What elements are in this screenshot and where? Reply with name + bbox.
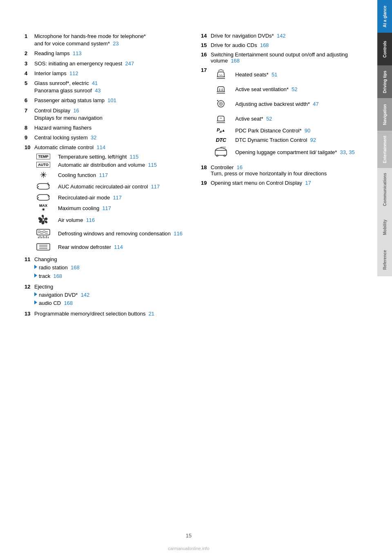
link-117b[interactable]: 117	[151, 184, 160, 190]
link-247[interactable]: 247	[125, 60, 134, 67]
sidebar-tab-controls[interactable]: Controls	[377, 33, 392, 65]
link-142a[interactable]: 142	[81, 292, 90, 298]
entry-content-4: Interior lamps 112	[34, 70, 185, 77]
link-168b[interactable]: 168	[53, 273, 62, 279]
svg-rect-2	[37, 229, 50, 235]
entry-content-8: Hazard warning flashers	[34, 124, 185, 132]
link-41[interactable]: 41	[92, 80, 98, 86]
climate-sub-entries: TEMP Temperature setting, left/right 115…	[34, 154, 185, 253]
entry-number-14: 14	[201, 33, 211, 39]
link-47[interactable]: 47	[313, 101, 318, 107]
entry-number-4: 4	[24, 70, 34, 77]
link-92[interactable]: 92	[310, 137, 316, 143]
backrest-icon	[211, 98, 231, 110]
link-52a[interactable]: 52	[292, 86, 297, 92]
entry-18: 18 Controller 16 Turn, press or move hor…	[201, 164, 361, 177]
link-113[interactable]: 113	[73, 50, 82, 56]
auc-icon: A	[34, 182, 52, 191]
link-21[interactable]: 21	[149, 311, 154, 317]
entry-number-12: 12	[24, 283, 34, 291]
bullet-nav-dvd-text: navigation DVD* 142	[39, 291, 89, 299]
entry-content-2: Reading lamps 113	[34, 50, 185, 57]
entry-15: 15 Drive for audio CDs 168	[201, 42, 361, 48]
link-142b[interactable]: 142	[277, 33, 286, 39]
link-16-controller[interactable]: 16	[237, 164, 243, 170]
link-114b[interactable]: 114	[114, 244, 123, 250]
entry-content-14: Drive for navigation DVDs* 142	[211, 33, 361, 39]
link-115b[interactable]: 115	[148, 162, 157, 168]
link-117a[interactable]: 117	[99, 172, 108, 178]
link-90[interactable]: 90	[305, 128, 310, 134]
entry-7: 7 Control Display 16 Displays for menu n…	[24, 107, 185, 122]
link-116a[interactable]: 116	[86, 217, 95, 223]
sidebar-tab-at-a-glance[interactable]: At a glance	[377, 0, 392, 33]
entry-content-19: Opening start menu on Control Display 17	[211, 180, 361, 186]
link-16-control[interactable]: 16	[73, 107, 79, 114]
entry-17: 17	[201, 67, 361, 161]
rear-defrost-icon	[34, 241, 52, 253]
sidebar-tab-mobility[interactable]: Mobility	[377, 211, 392, 244]
link-115a[interactable]: 115	[130, 154, 139, 160]
pdc-text: PDC Park Distance Control* 90	[235, 128, 361, 134]
entry-number-11: 11	[24, 256, 34, 263]
entry-12: 12 Ejecting navigation DVD* 142 audio CD…	[24, 283, 185, 308]
sidebar-tab-communications[interactable]: Communications	[377, 168, 392, 211]
recirculate-icon	[34, 193, 52, 202]
climate-recirculate: Recirculated-air mode 117	[34, 193, 185, 202]
link-33[interactable]: 33	[340, 149, 346, 155]
link-32[interactable]: 32	[91, 134, 96, 141]
pdc-icon: P///▲	[211, 128, 231, 134]
link-117d[interactable]: 117	[102, 205, 111, 211]
page-number: 15	[186, 533, 192, 539]
link-23[interactable]: 23	[113, 40, 118, 47]
svg-rect-20	[215, 150, 227, 155]
link-17[interactable]: 17	[305, 180, 311, 186]
backrest-entry: Adjusting active backrest width* 47	[211, 98, 361, 110]
entry-number-1: 1	[24, 33, 34, 40]
sidebar-tab-driving-tips[interactable]: Driving tips	[377, 65, 392, 98]
link-168d[interactable]: 168	[260, 42, 269, 48]
link-117c[interactable]: 117	[113, 195, 122, 201]
luggage-entry: Opening luggage compartment lid/ tailgat…	[211, 146, 361, 158]
link-112[interactable]: 112	[69, 70, 78, 76]
heated-seat-entry: Heated seats* 51	[211, 69, 361, 80]
climate-temp: TEMP Temperature setting, left/right 115	[34, 154, 185, 160]
entry-content-17: Heated seats* 51	[211, 69, 361, 161]
entry-number-18: 18	[201, 164, 211, 170]
link-168a[interactable]: 168	[71, 264, 80, 271]
entry-content-6: Passenger airbag status lamp 101	[34, 97, 185, 104]
entry-number-15: 15	[201, 42, 211, 48]
page-wrapper: 1 Microphone for hands-free mode for tel…	[0, 0, 392, 555]
bullet-track-text: track 168	[39, 273, 62, 280]
climate-rear-defrost: Rear window defroster 114	[34, 241, 185, 253]
snowflake-icon: ✳	[34, 170, 52, 180]
entry-number-16: 16	[201, 51, 211, 58]
link-51[interactable]: 51	[272, 72, 277, 78]
entry-number-6: 6	[24, 97, 34, 104]
link-35[interactable]: 35	[349, 149, 354, 155]
entry-number-2: 2	[24, 50, 34, 57]
svg-point-18	[220, 103, 222, 105]
entry-2: 2 Reading lamps 113	[24, 50, 185, 57]
link-114[interactable]: 114	[96, 144, 105, 150]
entry-content-1: Microphone for hands-free mode for telep…	[34, 33, 185, 47]
fan-icon	[34, 214, 52, 226]
entry-1: 1 Microphone for hands-free mode for tel…	[24, 33, 185, 47]
link-101[interactable]: 101	[107, 97, 116, 103]
bullet-arrow-radio	[34, 265, 37, 269]
bullet-radio-text: radio station 168	[39, 264, 80, 271]
link-168c[interactable]: 168	[64, 300, 73, 306]
link-43[interactable]: 43	[95, 87, 100, 94]
entry-content-11: Changing radio station 168 track 168	[34, 256, 185, 281]
sidebar-tab-reference[interactable]: Reference	[377, 244, 392, 276]
link-168e[interactable]: 168	[231, 58, 240, 64]
entry-content-7: Control Display 16 Displays for menu nav…	[34, 107, 185, 122]
entry-number-3: 3	[24, 60, 34, 67]
sidebar-tab-entertainment[interactable]: Entertainment	[377, 131, 392, 168]
entry-number-9: 9	[24, 134, 34, 141]
sidebar-tab-navigation[interactable]: Navigation	[377, 98, 392, 131]
climate-defrost-text: Defrosting windows and removing condensa…	[58, 231, 185, 237]
active-seat-icon	[211, 113, 231, 124]
link-52b[interactable]: 52	[266, 116, 272, 122]
link-116b[interactable]: 116	[174, 231, 183, 237]
